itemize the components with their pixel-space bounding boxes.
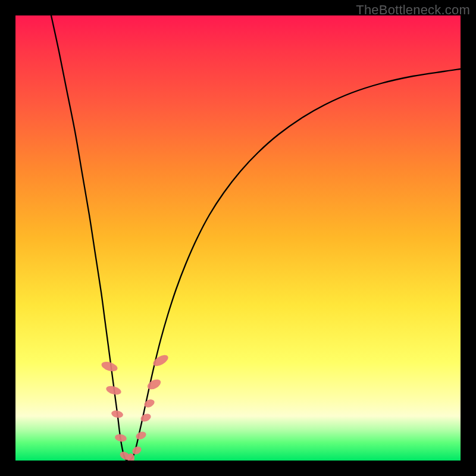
marker-left-1 — [101, 360, 119, 373]
marker-left-4 — [114, 433, 127, 442]
marker-left-3 — [111, 409, 124, 419]
plot-area — [15, 15, 461, 461]
markers — [101, 353, 170, 461]
watermark-text: TheBottleneck.com — [356, 2, 470, 18]
marker-right-1 — [134, 430, 147, 441]
chart-frame: TheBottleneck.com — [0, 0, 476, 476]
chart-svg — [15, 15, 461, 461]
